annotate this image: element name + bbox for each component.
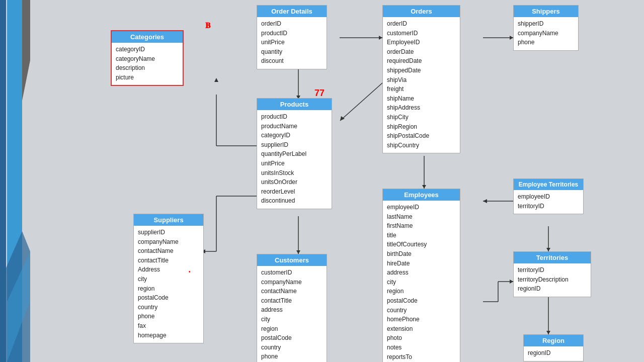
field-row: quantityPerLabel	[261, 149, 328, 159]
customers-header: Customers	[257, 254, 327, 266]
field-row: fax	[138, 321, 199, 331]
field-row: reorderLevel	[261, 187, 328, 197]
field-row: shipCity	[387, 113, 456, 122]
field-row: categoryName	[116, 54, 179, 64]
svg-marker-30	[510, 280, 513, 284]
field-row: country	[138, 303, 199, 312]
field-row: companyName	[261, 278, 323, 287]
annotation-77: 77	[314, 88, 325, 99]
field-row: regionID	[518, 284, 587, 294]
field-row: reportsTo	[387, 352, 456, 362]
svg-marker-16	[296, 250, 300, 254]
field-row: companyName	[518, 29, 574, 38]
svg-line-33	[340, 83, 382, 121]
field-row: supplierID	[138, 228, 199, 237]
field-row: region	[261, 324, 323, 334]
field-row: city	[261, 315, 323, 324]
table-customers: Customers customerID companyName contact…	[257, 254, 327, 362]
field-row: birthDate	[387, 249, 456, 259]
field-row: region	[138, 284, 199, 294]
field-row: productID	[261, 29, 323, 38]
field-row: employeeID	[518, 192, 579, 202]
table-categories: Categories categoryID categoryName descr…	[111, 30, 184, 86]
field-row: city	[138, 275, 199, 284]
field-row: hireDate	[387, 259, 456, 268]
order-details-header: Order Details	[257, 6, 327, 17]
employees-header: Employees	[383, 189, 460, 201]
field-row: notes	[387, 343, 456, 352]
svg-marker-24	[546, 248, 550, 251]
field-row: postalCode	[261, 333, 323, 343]
field-row: shipRegion	[387, 122, 456, 132]
products-header: Products	[257, 99, 332, 110]
field-row: categoryID	[261, 131, 328, 140]
categories-header: Categories	[112, 31, 183, 43]
svg-marker-22	[483, 199, 487, 203]
field-row: description	[116, 63, 179, 73]
svg-marker-32	[379, 36, 382, 40]
field-row: shipAddress	[387, 103, 456, 113]
suppliers-header: Suppliers	[134, 214, 203, 226]
field-row: phone	[138, 312, 199, 321]
field-row: customerID	[387, 29, 456, 38]
field-row: homepage	[138, 331, 199, 340]
table-shippers: Shippers shipperID companyName phone	[513, 5, 579, 51]
field-row: regionID	[528, 348, 579, 358]
field-row: freight	[387, 84, 456, 94]
svg-marker-9	[214, 78, 218, 82]
field-row: companyName	[138, 237, 199, 247]
field-row: address	[261, 305, 323, 315]
field-row: unitsOnOrder	[261, 177, 328, 187]
field-row: orderID	[261, 19, 323, 29]
left-decoration	[0, 0, 30, 362]
field-row: phone	[261, 352, 323, 361]
field-row: territoryDescription	[518, 275, 587, 285]
products-body: productID productName categoryID supplie…	[257, 110, 332, 209]
employee-territories-header: Employee Territories	[514, 179, 583, 190]
svg-marker-2	[22, 0, 30, 101]
field-row: shipperID	[518, 19, 574, 29]
region-body: regionID	[524, 346, 583, 361]
field-row: phone	[518, 38, 574, 47]
table-region: Region regionID	[523, 334, 584, 361]
field-row: unitPrice	[261, 159, 328, 168]
annotation-b: 𝐁	[205, 21, 211, 30]
field-row: territoryID	[518, 265, 587, 275]
field-row: title	[387, 231, 456, 240]
field-row: contactTitle	[261, 296, 323, 306]
field-row: firstName	[387, 221, 456, 231]
svg-marker-18	[510, 36, 513, 40]
field-row: contactTitle	[138, 256, 199, 265]
field-row: contactName	[138, 246, 199, 256]
field-row: titleOfCourtesy	[387, 240, 456, 249]
table-employee-territories: Employee Territories employeeID territor…	[513, 178, 584, 214]
field-row: discount	[261, 56, 323, 66]
field-row: contactName	[261, 287, 323, 296]
table-territories: Territories territoryID territoryDescrip…	[513, 251, 591, 297]
field-row: country	[261, 343, 323, 352]
svg-marker-20	[422, 185, 426, 189]
categories-body: categoryID categoryName description pict…	[112, 43, 183, 85]
field-row: shipCountry	[387, 141, 456, 150]
table-order-details: Order Details orderID productID unitPric…	[257, 5, 327, 69]
field-row: city	[387, 278, 456, 287]
svg-marker-26	[546, 331, 550, 334]
table-orders: Orders orderID customerID EmployeeID ord…	[382, 5, 460, 153]
region-header: Region	[524, 335, 583, 346]
field-row: EmployeeID	[387, 38, 456, 47]
table-suppliers: Suppliers supplierID companyName contact…	[133, 214, 204, 343]
field-row: picture	[116, 73, 179, 82]
field-row: region	[387, 287, 456, 296]
field-row: lastName	[387, 212, 456, 222]
shippers-body: shipperID companyName phone	[514, 17, 578, 50]
field-row: productName	[261, 122, 328, 131]
svg-marker-34	[340, 116, 345, 121]
field-row: unitPrice	[261, 38, 323, 47]
field-row: homePhone	[387, 315, 456, 324]
employee-territories-body: employeeID territoryID	[514, 190, 583, 214]
field-row: orderID	[387, 19, 456, 29]
field-row: discontinued	[261, 196, 328, 206]
table-products: Products productID productName categoryI…	[257, 98, 332, 209]
field-row: country	[387, 306, 456, 315]
territories-header: Territories	[514, 252, 591, 263]
